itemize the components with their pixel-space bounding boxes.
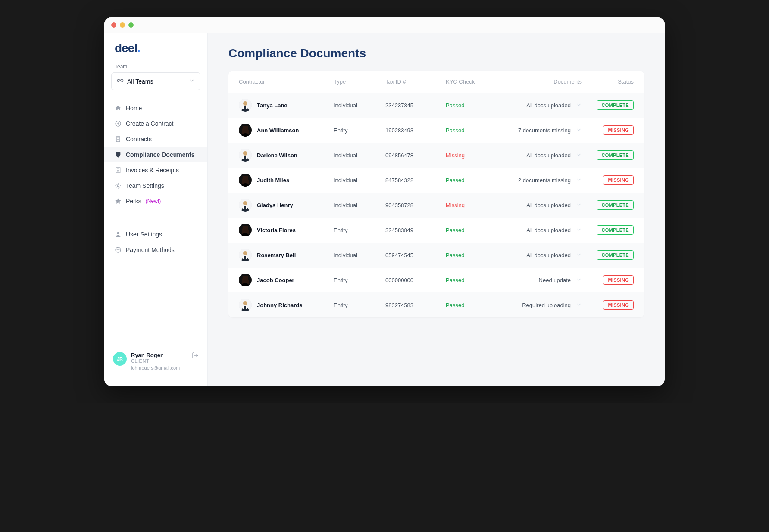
documents-cell[interactable]: Required uploading (506, 302, 582, 309)
sidebar-item-perks[interactable]: Perks (New!) (104, 193, 207, 209)
documents-cell[interactable]: All docs uploaded (506, 202, 582, 209)
chevron-down-icon (576, 252, 582, 259)
col-contractor: Contractor (239, 78, 334, 85)
contractor-name: Ann Williamson (257, 127, 299, 134)
infinity-icon (117, 77, 124, 85)
user-footer: JR Ryan Roger CLIENT johnrogers@gmail.co… (104, 345, 207, 377)
documents-text: All docs uploaded (526, 227, 571, 233)
table-row[interactable]: Darlene Wilson Individual 094856478 Miss… (228, 143, 644, 168)
sidebar-item-label: Perks (126, 198, 141, 205)
table-row[interactable]: Gladys Henry Individual 904358728 Missin… (228, 193, 644, 218)
type-cell: Individual (334, 152, 385, 159)
status-badge: COMPLETE (597, 225, 634, 235)
tax-cell: 234237845 (385, 102, 446, 109)
contractor-name: Jacob Cooper (257, 277, 294, 283)
col-documents: Documents (506, 78, 582, 85)
chevron-down-icon (576, 177, 582, 184)
sidebar-item-compliance-documents[interactable]: Compliance Documents (104, 147, 207, 162)
chevron-down-icon (576, 227, 582, 234)
type-cell: Entity (334, 127, 385, 134)
table-body: Tanya Lane Individual 234237845 Passed A… (228, 93, 644, 317)
documents-text: All docs uploaded (526, 152, 571, 159)
avatar (239, 224, 252, 236)
tax-cell: 904358728 (385, 202, 446, 208)
documents-cell[interactable]: All docs uploaded (506, 152, 582, 159)
team-label: Team (111, 64, 200, 72)
svg-point-29 (243, 201, 247, 205)
chevron-down-icon (576, 202, 582, 209)
table-row[interactable]: Jacob Cooper Entity 000000000 Passed Nee… (228, 268, 644, 292)
team-select[interactable]: All Teams (111, 72, 200, 90)
contractor-name: Johnny Richards (257, 302, 302, 308)
chevron-down-icon (576, 152, 582, 159)
status-cell: MISSING (582, 125, 634, 135)
table-row[interactable]: Victoria Flores Entity 324583849 Passed … (228, 218, 644, 243)
documents-cell[interactable]: All docs uploaded (506, 252, 582, 259)
sidebar-item-label: Create a Contract (126, 120, 174, 127)
tax-cell: 983274583 (385, 302, 446, 308)
svg-rect-37 (244, 256, 246, 260)
sidebar-item-user-settings[interactable]: User Settings (104, 227, 207, 242)
type-cell: Entity (334, 227, 385, 233)
table-row[interactable]: Ann Williamson Entity 190283493 Passed 7… (228, 118, 644, 143)
sidebar-item-create-contract[interactable]: Create a Contract (104, 116, 207, 131)
team-select-value: All Teams (127, 78, 153, 85)
tax-cell: 059474545 (385, 252, 446, 258)
avatar (239, 274, 252, 286)
table-row[interactable]: Judith Miles Individual 847584322 Passed… (228, 168, 644, 193)
plus-circle-icon (115, 120, 122, 127)
table-header: Contractor Type Tax ID # KYC Check Docum… (228, 71, 644, 93)
avatar (239, 149, 252, 162)
sidebar-item-label: Payment Methods (126, 246, 175, 253)
status-cell: COMPLETE (582, 100, 634, 110)
star-icon (115, 198, 122, 205)
svg-point-35 (243, 251, 247, 255)
sidebar-item-home[interactable]: Home (104, 100, 207, 116)
table-row[interactable]: Johnny Richards Entity 983274583 Passed … (228, 292, 644, 317)
minimize-window-icon[interactable] (120, 22, 125, 28)
user-avatar[interactable]: JR (113, 352, 127, 366)
chevron-down-icon (576, 127, 582, 134)
documents-cell[interactable]: All docs uploaded (506, 227, 582, 234)
col-status: Status (582, 78, 634, 85)
contractor-name: Darlene Wilson (257, 152, 297, 159)
document-icon (115, 136, 122, 143)
user-email: johnrogers@gmail.com (131, 365, 188, 370)
documents-cell[interactable]: 2 documents missing (506, 177, 582, 184)
user-role: CLIENT (131, 358, 188, 364)
svg-rect-43 (244, 306, 246, 310)
status-badge: COMPLETE (597, 200, 634, 210)
tax-cell: 094856478 (385, 152, 446, 159)
main-content: Compliance Documents Contractor Type Tax… (208, 33, 665, 386)
status-badge: MISSING (603, 275, 634, 285)
sidebar-item-team-settings[interactable]: Team Settings (104, 178, 207, 193)
avatar (239, 174, 252, 187)
col-tax: Tax ID # (385, 78, 446, 85)
secondary-nav: User Settings Payment Methods (104, 223, 207, 261)
documents-cell[interactable]: 7 documents missing (506, 127, 582, 134)
sidebar-item-label: User Settings (126, 231, 162, 238)
tax-cell: 190283493 (385, 127, 446, 134)
app-window: deel. Team All Teams Home (104, 17, 665, 386)
table-row[interactable]: Tanya Lane Individual 234237845 Passed A… (228, 93, 644, 118)
type-cell: Individual (334, 102, 385, 109)
status-badge: MISSING (603, 300, 634, 310)
sidebar-item-invoices[interactable]: Invoices & Receipts (104, 162, 207, 178)
table-row[interactable]: Rosemary Bell Individual 059474545 Passe… (228, 243, 644, 268)
close-window-icon[interactable] (111, 22, 116, 28)
sidebar-item-payment-methods[interactable]: Payment Methods (104, 242, 207, 258)
avatar (239, 99, 252, 112)
svg-rect-19 (244, 106, 246, 110)
type-cell: Individual (334, 252, 385, 258)
documents-cell[interactable]: Need update (506, 277, 582, 284)
home-icon (115, 105, 122, 112)
status-badge: COMPLETE (597, 100, 634, 110)
status-cell: MISSING (582, 275, 634, 285)
kyc-cell: Passed (446, 177, 506, 184)
maximize-window-icon[interactable] (128, 22, 134, 28)
sidebar-item-contracts[interactable]: Contracts (104, 131, 207, 147)
compliance-table: Contractor Type Tax ID # KYC Check Docum… (228, 71, 644, 317)
svg-marker-11 (115, 198, 121, 204)
documents-cell[interactable]: All docs uploaded (506, 102, 582, 109)
logout-icon[interactable] (192, 352, 199, 361)
